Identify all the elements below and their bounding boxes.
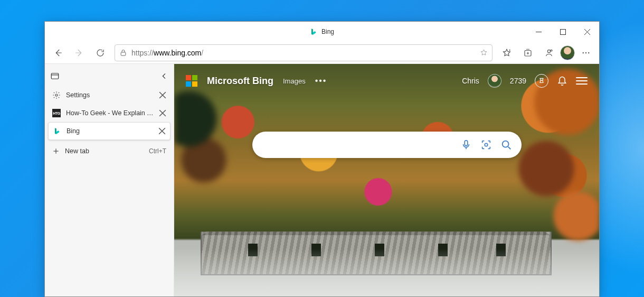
lock-icon xyxy=(119,49,127,57)
browser-window: Bing https://www.bing.com/ xyxy=(44,21,600,297)
back-button[interactable] xyxy=(48,44,68,62)
background-foliage xyxy=(494,64,599,254)
visual-search-icon[interactable] xyxy=(480,139,492,151)
titlebar: Bing xyxy=(45,22,599,42)
toolbar: https://www.bing.com/ xyxy=(45,42,599,64)
svg-point-11 xyxy=(485,143,488,146)
plus-icon xyxy=(52,147,60,155)
bing-icon xyxy=(310,28,317,35)
tab-label: Settings xyxy=(66,91,154,99)
bing-favicon xyxy=(53,127,61,135)
search-icon[interactable] xyxy=(500,139,512,151)
bing-header: Microsoft Bing Images ••• Chris 2739 xyxy=(174,71,599,90)
svg-point-12 xyxy=(502,141,508,147)
window-controls xyxy=(526,22,599,42)
tab-label: How-To Geek - We Explain Technology xyxy=(66,109,154,117)
tab-settings[interactable]: Settings xyxy=(48,86,171,104)
background-fog xyxy=(174,249,599,296)
close-tab-icon[interactable] xyxy=(159,91,166,99)
maximize-button[interactable] xyxy=(551,22,575,42)
titlebar-title-group: Bing xyxy=(310,28,334,35)
username[interactable]: Chris xyxy=(462,77,479,85)
svg-point-3 xyxy=(547,50,550,52)
svg-rect-8 xyxy=(51,73,59,79)
microsoft-logo-icon xyxy=(186,75,197,87)
page-content: Microsoft Bing Images ••• Chris 2739 xyxy=(174,64,599,296)
profile-avatar[interactable] xyxy=(560,45,575,60)
body: Settings HTG How-To Geek - We Explain Te… xyxy=(45,64,599,296)
search-input[interactable] xyxy=(262,140,460,150)
svg-rect-1 xyxy=(121,52,126,55)
collapse-sidebar-icon[interactable] xyxy=(160,72,168,80)
bing-avatar[interactable] xyxy=(488,74,501,88)
rewards-icon[interactable] xyxy=(535,74,548,88)
voice-search-icon[interactable] xyxy=(460,139,472,151)
svg-rect-0 xyxy=(560,29,565,34)
collections-button[interactable] xyxy=(518,44,538,62)
svg-point-7 xyxy=(588,52,589,53)
url-text: https://www.bing.com/ xyxy=(131,49,480,57)
svg-point-5 xyxy=(583,52,584,53)
notifications-icon[interactable] xyxy=(557,76,567,86)
hamburger-menu-icon[interactable] xyxy=(576,77,588,85)
close-tab-icon[interactable] xyxy=(159,109,166,117)
tab-label: Bing xyxy=(67,127,153,135)
svg-point-9 xyxy=(55,94,58,96)
new-tab-shortcut: Ctrl+T xyxy=(149,147,166,155)
svg-point-6 xyxy=(585,52,586,53)
tab-howtogeek[interactable]: HTG How-To Geek - We Explain Technology xyxy=(48,104,171,122)
more-menu-button[interactable] xyxy=(576,44,596,62)
nav-images[interactable]: Images xyxy=(283,77,306,85)
tab-actions-icon[interactable] xyxy=(50,71,60,81)
favorites-button[interactable] xyxy=(497,44,517,62)
vertical-tabs-sidebar: Settings HTG How-To Geek - We Explain Te… xyxy=(45,64,174,296)
window-title: Bing xyxy=(321,28,334,35)
gear-icon xyxy=(52,91,61,99)
minimize-button[interactable] xyxy=(526,22,551,42)
svg-rect-10 xyxy=(465,141,468,146)
close-button[interactable] xyxy=(575,22,599,42)
svg-point-4 xyxy=(551,50,552,51)
account-button[interactable] xyxy=(539,44,559,62)
tab-bing[interactable]: Bing xyxy=(48,122,171,140)
refresh-button[interactable] xyxy=(90,44,110,62)
rewards-points[interactable]: 2739 xyxy=(510,77,526,85)
new-tab-label: New tab xyxy=(65,147,144,155)
address-bar[interactable]: https://www.bing.com/ xyxy=(115,44,493,61)
bing-brand: Microsoft Bing xyxy=(207,76,273,87)
new-tab-button[interactable]: New tab Ctrl+T xyxy=(48,142,171,160)
search-box[interactable] xyxy=(252,132,522,158)
nav-more-icon[interactable]: ••• xyxy=(315,76,327,86)
favorite-star-icon[interactable] xyxy=(480,49,488,57)
close-tab-icon[interactable] xyxy=(158,127,166,135)
htg-favicon: HTG xyxy=(52,109,61,117)
forward-button[interactable] xyxy=(69,44,89,62)
